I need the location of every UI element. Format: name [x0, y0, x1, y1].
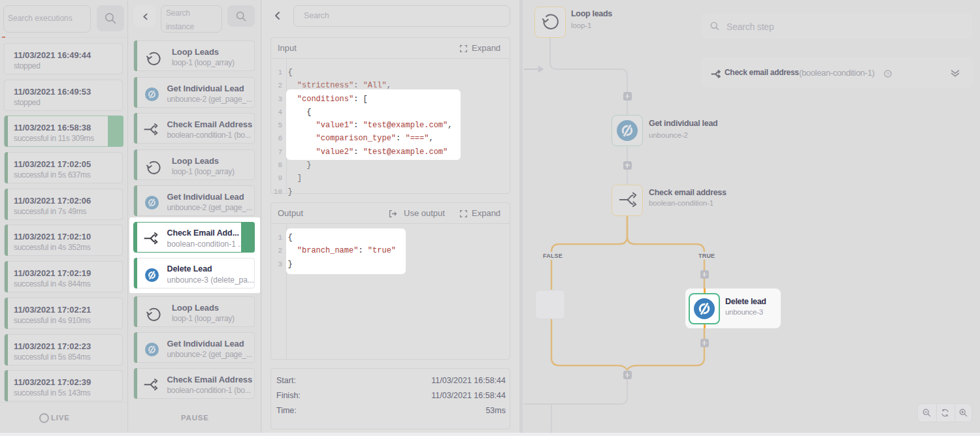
svg-text:?: ? [887, 70, 889, 76]
